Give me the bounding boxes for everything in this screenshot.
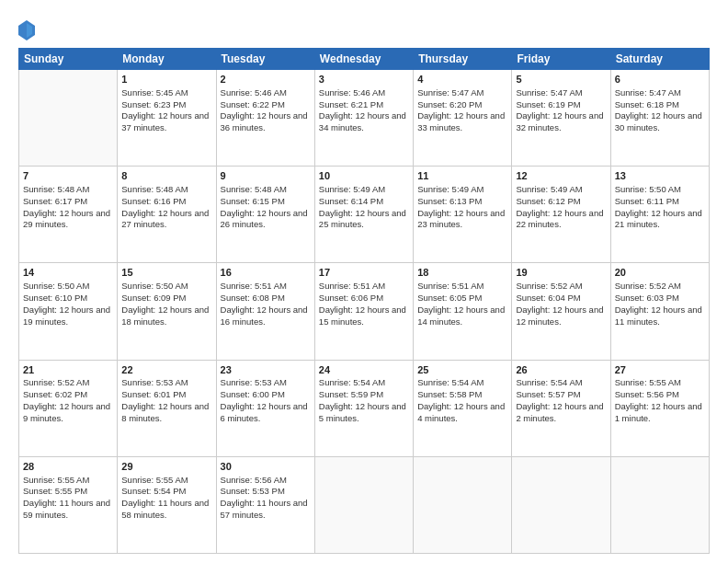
sunrise-text: Sunrise: 5:49 AM — [516, 184, 582, 194]
sunrise-text: Sunrise: 5:55 AM — [615, 377, 681, 387]
cell-content: 24Sunrise: 5:54 AMSunset: 5:59 PMDayligh… — [319, 363, 409, 425]
calendar-cell — [314, 456, 413, 553]
calendar-week-row: 1Sunrise: 5:45 AMSunset: 6:23 PMDaylight… — [19, 70, 710, 167]
day-number: 7 — [23, 169, 113, 183]
calendar-cell: 20Sunrise: 5:52 AMSunset: 6:03 PMDayligh… — [610, 263, 709, 360]
sunset-text: Sunset: 5:55 PM — [23, 486, 87, 496]
calendar-cell: 10Sunrise: 5:49 AMSunset: 6:14 PMDayligh… — [314, 167, 413, 263]
daylight-text: Daylight: 12 hours and 23 minutes. — [417, 208, 505, 230]
calendar-table: SundayMondayTuesdayWednesdayThursdayFrid… — [18, 48, 710, 554]
day-number: 10 — [319, 169, 409, 183]
sunset-text: Sunset: 6:13 PM — [417, 196, 482, 206]
sunrise-text: Sunrise: 5:54 AM — [417, 377, 483, 387]
sunrise-text: Sunrise: 5:46 AM — [319, 87, 385, 98]
calendar-cell: 16Sunrise: 5:51 AMSunset: 6:08 PMDayligh… — [216, 263, 314, 360]
day-number: 11 — [417, 169, 507, 183]
calendar-cell: 14Sunrise: 5:50 AMSunset: 6:10 PMDayligh… — [19, 263, 118, 360]
calendar-cell — [610, 456, 709, 553]
sunset-text: Sunset: 6:04 PM — [516, 293, 580, 303]
daylight-text: Daylight: 12 hours and 21 minutes. — [615, 208, 702, 230]
calendar-cell: 30Sunrise: 5:56 AMSunset: 5:53 PMDayligh… — [216, 456, 314, 553]
sunrise-text: Sunrise: 5:55 AM — [121, 475, 188, 485]
calendar-cell: 21Sunrise: 5:52 AMSunset: 6:02 PMDayligh… — [19, 360, 118, 456]
sunrise-text: Sunrise: 5:54 AM — [319, 377, 385, 387]
calendar-cell: 24Sunrise: 5:54 AMSunset: 5:59 PMDayligh… — [314, 360, 413, 456]
cell-content: 25Sunrise: 5:54 AMSunset: 5:58 PMDayligh… — [417, 363, 507, 425]
sunset-text: Sunset: 6:20 PM — [417, 99, 482, 109]
calendar-cell: 4Sunrise: 5:47 AMSunset: 6:20 PMDaylight… — [414, 70, 512, 167]
logo — [18, 20, 39, 40]
daylight-text: Daylight: 12 hours and 5 minutes. — [319, 401, 406, 423]
daylight-text: Daylight: 12 hours and 18 minutes. — [121, 304, 209, 327]
day-number: 26 — [516, 363, 606, 377]
cell-content: 7Sunrise: 5:48 AMSunset: 6:17 PMDaylight… — [23, 169, 113, 231]
day-number: 5 — [516, 73, 606, 86]
sunset-text: Sunset: 6:22 PM — [221, 99, 285, 109]
cell-content: 13Sunrise: 5:50 AMSunset: 6:11 PMDayligh… — [615, 169, 705, 231]
calendar-header-row: SundayMondayTuesdayWednesdayThursdayFrid… — [19, 49, 710, 70]
daylight-text: Daylight: 11 hours and 58 minutes. — [121, 498, 209, 520]
cell-content: 11Sunrise: 5:49 AMSunset: 6:13 PMDayligh… — [417, 169, 507, 231]
sunrise-text: Sunrise: 5:47 AM — [417, 87, 483, 98]
sunrise-text: Sunrise: 5:49 AM — [417, 184, 483, 194]
logo-icon — [18, 20, 35, 40]
calendar-cell: 13Sunrise: 5:50 AMSunset: 6:11 PMDayligh… — [610, 167, 709, 263]
daylight-text: Daylight: 11 hours and 57 minutes. — [221, 498, 308, 520]
day-number: 1 — [121, 73, 211, 86]
sunrise-text: Sunrise: 5:56 AM — [221, 475, 287, 485]
sunset-text: Sunset: 6:01 PM — [121, 389, 186, 399]
day-number: 25 — [417, 363, 507, 377]
calendar-cell: 12Sunrise: 5:49 AMSunset: 6:12 PMDayligh… — [512, 167, 610, 263]
cell-content: 27Sunrise: 5:55 AMSunset: 5:56 PMDayligh… — [615, 363, 705, 425]
sunrise-text: Sunrise: 5:52 AM — [516, 281, 582, 291]
calendar-cell: 6Sunrise: 5:47 AMSunset: 6:18 PMDaylight… — [610, 70, 709, 167]
daylight-text: Daylight: 12 hours and 15 minutes. — [319, 304, 406, 327]
sunset-text: Sunset: 6:08 PM — [221, 293, 285, 303]
calendar-cell — [19, 70, 118, 167]
daylight-text: Daylight: 12 hours and 1 minute. — [615, 401, 702, 423]
calendar-cell — [414, 456, 512, 553]
cell-content: 6Sunrise: 5:47 AMSunset: 6:18 PMDaylight… — [615, 73, 705, 134]
calendar-cell: 8Sunrise: 5:48 AMSunset: 6:16 PMDaylight… — [118, 167, 216, 263]
day-number: 29 — [121, 460, 211, 474]
calendar-week-row: 28Sunrise: 5:55 AMSunset: 5:55 PMDayligh… — [19, 456, 710, 553]
sunset-text: Sunset: 5:56 PM — [615, 389, 679, 399]
calendar-cell: 9Sunrise: 5:48 AMSunset: 6:15 PMDaylight… — [216, 167, 314, 263]
day-number: 12 — [516, 169, 606, 183]
calendar-cell: 23Sunrise: 5:53 AMSunset: 6:00 PMDayligh… — [216, 360, 314, 456]
cell-content: 9Sunrise: 5:48 AMSunset: 6:15 PMDaylight… — [221, 169, 311, 231]
calendar-cell: 29Sunrise: 5:55 AMSunset: 5:54 PMDayligh… — [118, 456, 216, 553]
day-number: 20 — [615, 266, 705, 280]
day-number: 19 — [516, 266, 606, 280]
calendar-cell: 28Sunrise: 5:55 AMSunset: 5:55 PMDayligh… — [19, 456, 118, 553]
cell-content: 18Sunrise: 5:51 AMSunset: 6:05 PMDayligh… — [417, 266, 507, 327]
daylight-text: Daylight: 12 hours and 14 minutes. — [417, 304, 505, 327]
sunrise-text: Sunrise: 5:50 AM — [23, 281, 89, 291]
sunset-text: Sunset: 6:06 PM — [319, 293, 383, 303]
sunset-text: Sunset: 5:54 PM — [121, 486, 186, 496]
sunrise-text: Sunrise: 5:50 AM — [615, 184, 681, 194]
day-number: 15 — [121, 266, 211, 280]
cell-content: 26Sunrise: 5:54 AMSunset: 5:57 PMDayligh… — [516, 363, 606, 425]
calendar-cell: 25Sunrise: 5:54 AMSunset: 5:58 PMDayligh… — [414, 360, 512, 456]
calendar-cell: 15Sunrise: 5:50 AMSunset: 6:09 PMDayligh… — [118, 263, 216, 360]
day-number: 28 — [23, 460, 113, 474]
sunrise-text: Sunrise: 5:48 AM — [221, 184, 287, 194]
cell-content: 14Sunrise: 5:50 AMSunset: 6:10 PMDayligh… — [23, 266, 113, 327]
daylight-text: Daylight: 12 hours and 19 minutes. — [23, 304, 110, 327]
cell-content: 17Sunrise: 5:51 AMSunset: 6:06 PMDayligh… — [319, 266, 409, 327]
page: SundayMondayTuesdayWednesdayThursdayFrid… — [0, 0, 728, 563]
calendar-cell: 18Sunrise: 5:51 AMSunset: 6:05 PMDayligh… — [414, 263, 512, 360]
daylight-text: Daylight: 12 hours and 22 minutes. — [516, 208, 603, 230]
daylight-text: Daylight: 12 hours and 36 minutes. — [221, 110, 308, 132]
day-number: 4 — [417, 73, 507, 86]
day-number: 30 — [221, 460, 311, 474]
sunset-text: Sunset: 6:21 PM — [319, 99, 383, 109]
sunset-text: Sunset: 6:17 PM — [23, 196, 87, 206]
sunrise-text: Sunrise: 5:52 AM — [23, 377, 89, 387]
cell-content: 10Sunrise: 5:49 AMSunset: 6:14 PMDayligh… — [319, 169, 409, 231]
sunset-text: Sunset: 6:09 PM — [121, 293, 186, 303]
calendar-cell: 2Sunrise: 5:46 AMSunset: 6:22 PMDaylight… — [216, 70, 314, 167]
cell-content: 5Sunrise: 5:47 AMSunset: 6:19 PMDaylight… — [516, 73, 606, 134]
cell-content: 15Sunrise: 5:50 AMSunset: 6:09 PMDayligh… — [121, 266, 211, 327]
